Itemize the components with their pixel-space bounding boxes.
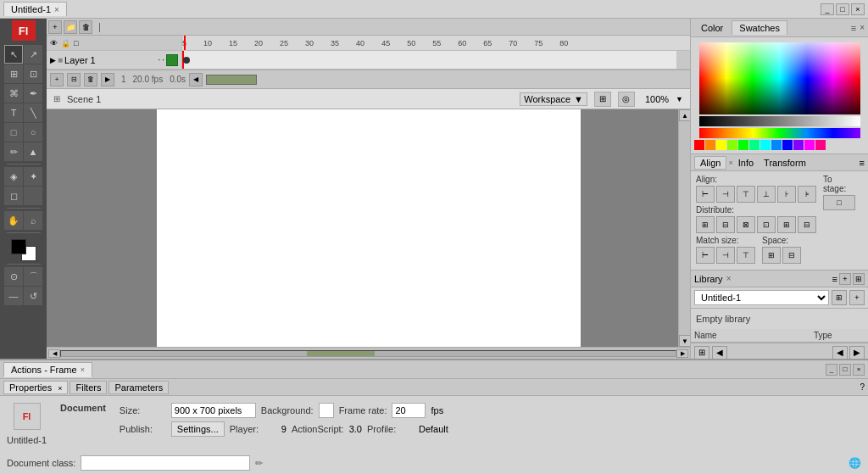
minimize-button[interactable]: _ (821, 3, 834, 15)
layer-frames[interactable] (182, 51, 676, 69)
swatch-orange[interactable] (705, 140, 715, 150)
lib-btn-2[interactable]: + (849, 290, 865, 305)
layer-vis-icon[interactable]: · (158, 55, 160, 64)
color-panel-close[interactable]: × (860, 23, 865, 32)
zoom-chevron[interactable]: ▼ (676, 95, 683, 103)
color-tab[interactable]: Color (694, 21, 730, 35)
edit-icon[interactable]: ✏ (255, 458, 263, 469)
bucket-tool[interactable]: ◈ (4, 167, 23, 186)
rect-tool[interactable]: □ (4, 123, 23, 142)
swatch-skyblue[interactable] (771, 140, 782, 150)
actions-tab-close[interactable]: × (81, 365, 85, 374)
pencil-tool[interactable]: ✏ (4, 142, 23, 161)
grayscale-bar[interactable] (699, 116, 860, 126)
swatch-teal[interactable] (749, 140, 760, 150)
tl-new-layer-btn[interactable]: + (50, 73, 64, 86)
bottom-close[interactable]: × (853, 364, 865, 376)
straighten-tool[interactable]: — (4, 287, 23, 305)
tl-folder-btn[interactable]: ⊟ (67, 73, 81, 86)
workspace-button[interactable]: Workspace ▼ (520, 92, 587, 106)
lib-footer-btn-1[interactable]: ⊞ (694, 346, 709, 360)
framerate-input[interactable] (392, 403, 426, 418)
hscroll-track[interactable] (60, 350, 676, 357)
tl-icon-trash[interactable]: 🗑 (79, 20, 92, 34)
close-window-button[interactable]: × (851, 3, 865, 15)
lib-footer-btn-4[interactable]: ▶ (849, 346, 865, 360)
align-top-btn[interactable]: ⊥ (757, 186, 776, 203)
arrow-tool[interactable]: ↖ (4, 45, 23, 64)
color-panel-menu[interactable]: ≡ (851, 23, 856, 33)
parameters-tab[interactable]: Parameters (108, 381, 169, 394)
icon-2[interactable]: ◎ (618, 92, 635, 107)
color-spectrum-container[interactable] (699, 42, 860, 114)
settings-button[interactable]: Settings... (171, 421, 225, 437)
tl-scrubber[interactable] (206, 75, 257, 85)
swatch-purple[interactable] (793, 140, 804, 150)
match-w-btn[interactable]: ⊢ (696, 247, 715, 264)
to-stage-btn[interactable]: □ (823, 195, 855, 210)
lib-btn-1[interactable]: ⊞ (832, 290, 847, 305)
filltransform-tool[interactable]: ⊡ (24, 64, 42, 83)
info-tab[interactable]: Info (733, 157, 759, 169)
props-tab-close[interactable]: × (58, 384, 62, 393)
align-bottom-btn[interactable]: ⊧ (798, 186, 816, 203)
eraser-tool[interactable]: ◻ (4, 187, 23, 205)
dist-vcenter-btn[interactable]: ⊞ (777, 216, 796, 233)
tl-icon-new-folder[interactable]: 📁 (64, 20, 77, 34)
props-help-btn[interactable]: ? (860, 382, 865, 392)
oval-tool[interactable]: ○ (24, 123, 42, 142)
tl-play-btn[interactable]: ◀ (189, 73, 203, 86)
document-tab[interactable]: Untitled-1 × (3, 2, 67, 16)
doc-tab-close[interactable]: × (54, 5, 59, 14)
snap-tool[interactable]: ⊙ (4, 267, 23, 286)
align-hcenter-btn[interactable]: ⊣ (716, 186, 735, 203)
bg-color-swatch[interactable] (319, 403, 334, 418)
rotate-tool[interactable]: ↺ (24, 287, 42, 305)
size-input[interactable] (171, 403, 256, 418)
match-wh-btn[interactable]: ⊤ (737, 247, 755, 264)
bottom-expand[interactable]: □ (839, 364, 851, 376)
hscroll-thumb[interactable] (307, 351, 375, 356)
library-menu[interactable]: ≡ (832, 274, 837, 284)
zoom-tool[interactable]: ⌕ (24, 211, 42, 230)
match-h-btn[interactable]: ⊣ (716, 247, 735, 264)
dist-bottom-btn[interactable]: ⊟ (798, 216, 816, 233)
lib-new-btn[interactable]: + (839, 273, 851, 285)
icon-1[interactable]: ⊞ (594, 92, 611, 107)
swatch-cyan[interactable] (760, 140, 771, 150)
pen-tool[interactable]: ✒ (24, 84, 42, 103)
text-tool[interactable]: T (4, 103, 23, 122)
swatch-red[interactable] (694, 140, 704, 150)
library-dropdown[interactable]: Untitled-1 (694, 290, 829, 305)
transform-tab[interactable]: Transform (759, 157, 811, 169)
properties-tab[interactable]: Properties × (3, 381, 68, 394)
freetransform-tool[interactable]: ⊞ (4, 64, 23, 83)
bottom-minimize[interactable]: _ (826, 364, 837, 376)
scroll-track[interactable] (679, 121, 690, 335)
space-h-btn[interactable]: ⊞ (762, 247, 781, 264)
line-tool[interactable]: ╲ (24, 103, 42, 122)
dist-left-btn[interactable]: ⊞ (696, 216, 715, 233)
scroll-down-btn[interactable]: ▼ (679, 335, 690, 347)
scroll-left-btn[interactable]: ◀ (48, 349, 60, 358)
dist-top-btn[interactable]: ⊡ (757, 216, 776, 233)
swatch-magenta[interactable] (804, 140, 815, 150)
tl-delete-btn[interactable]: 🗑 (84, 73, 97, 86)
subselect-tool[interactable]: ↗ (24, 45, 42, 64)
actions-frame-tab[interactable]: Actions - Frame × (3, 362, 92, 377)
rainbow-bar[interactable] (699, 128, 860, 138)
swatch-yellow[interactable] (716, 140, 726, 150)
swatch-blue[interactable] (782, 140, 793, 150)
brush-tool[interactable]: ▲ (24, 142, 42, 161)
layer-name[interactable]: Layer 1 (64, 55, 156, 65)
align-tab[interactable]: Align (694, 156, 726, 170)
layer-lock-icon[interactable]: · (162, 55, 164, 64)
earth-icon[interactable]: 🌐 (849, 457, 861, 469)
align-right-btn[interactable]: ⊤ (737, 186, 755, 203)
frame-playhead[interactable] (184, 36, 186, 50)
smooth-tool[interactable]: ⌒ (24, 267, 42, 286)
swatch-lime[interactable] (727, 140, 737, 150)
tl-icon-new-layer[interactable]: + (48, 20, 62, 34)
dist-right-btn[interactable]: ⊠ (737, 216, 755, 233)
swatch-pink[interactable] (815, 140, 826, 150)
